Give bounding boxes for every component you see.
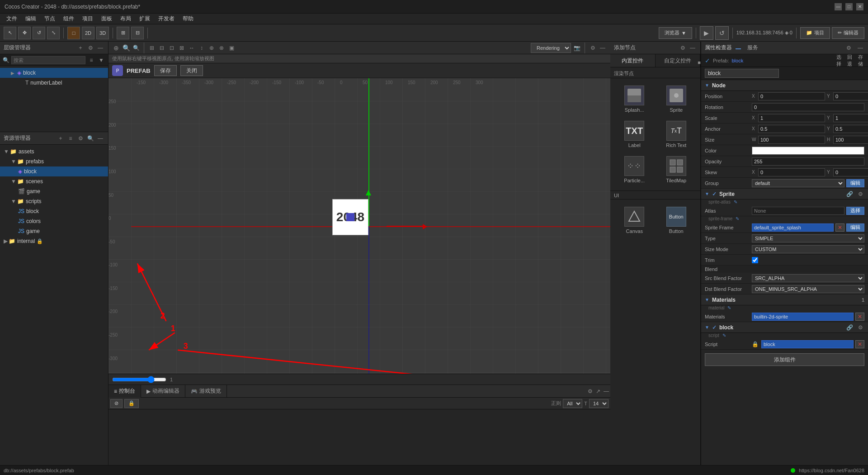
materials-section-header[interactable]: ▼ Materials 1 xyxy=(701,294,868,305)
toolbar-grid-btn[interactable]: ⊞ xyxy=(117,27,129,39)
scene-search-btn[interactable]: 🔍 xyxy=(132,44,140,52)
dst-blend-select[interactable]: ONE_MINUS_SRC_ALPHA xyxy=(752,285,864,293)
materials-input[interactable] xyxy=(752,313,854,321)
scene-settings-btn[interactable]: ⚙ xyxy=(589,44,597,52)
anchor-x-input[interactable] xyxy=(758,125,825,133)
maximize-btn[interactable]: □ xyxy=(845,3,853,10)
scene-tb8[interactable]: ⊗ xyxy=(217,44,226,52)
sprite-gear-btn[interactable]: ⚙ xyxy=(856,190,864,198)
src-blend-select[interactable]: SRC_ALPHA xyxy=(752,274,864,282)
color-swatch[interactable] xyxy=(752,147,864,155)
hierarchy-sort-btn[interactable]: ≡ xyxy=(87,56,95,64)
console-settings-btn[interactable]: ⚙ xyxy=(586,387,594,395)
scene-tb3[interactable]: ⊡ xyxy=(168,44,176,52)
toolbar-2d-btn[interactable]: 2D xyxy=(82,27,94,39)
scripts-folder[interactable]: ▼ 📁 scripts xyxy=(0,196,108,206)
script-clear-btn[interactable]: ✕ xyxy=(855,340,864,348)
inspector-settings-btn[interactable]: ⚙ xyxy=(844,44,853,52)
assets-minimize-btn[interactable]: — xyxy=(96,134,104,142)
play-btn[interactable]: ▶ xyxy=(700,26,713,40)
console-popout-btn[interactable]: ↗ xyxy=(594,387,602,395)
console-clear-btn[interactable]: ⊘ xyxy=(110,399,123,408)
scene-camera-btn[interactable]: 📷 xyxy=(573,44,581,52)
sprite-frame-select-btn[interactable]: 编辑 xyxy=(846,223,864,232)
menu-panel[interactable]: 面板 xyxy=(98,14,116,24)
menu-help[interactable]: 帮助 xyxy=(179,14,197,24)
component-canvas[interactable]: Canvas xyxy=(614,203,655,238)
toolbar-scale-btn[interactable]: ⤡ xyxy=(47,27,60,39)
prefab-save-inspector-btn[interactable]: 存储 xyxy=(856,57,864,65)
scene-scale-slider[interactable] xyxy=(112,376,166,383)
anchor-y-input[interactable] xyxy=(833,125,868,133)
skew-y-input[interactable] xyxy=(833,168,868,176)
minimize-btn[interactable]: — xyxy=(835,3,842,10)
scene-zoom-out-btn[interactable]: 🔍 xyxy=(122,44,130,52)
component-button[interactable]: Button Button xyxy=(656,203,697,238)
group-edit-btn[interactable]: 编辑 xyxy=(846,179,864,187)
hierarchy-filter-btn[interactable]: ▼ xyxy=(97,56,105,64)
console-tab-animation[interactable]: ▶ 动画编辑器 xyxy=(141,385,185,398)
hierarchy-item-numberlabel[interactable]: T numberLabel xyxy=(0,78,108,88)
sprite-link-btn[interactable]: 🔗 xyxy=(845,190,854,198)
inspector-minimize-btn[interactable]: — xyxy=(856,44,864,52)
scene-tb9[interactable]: ▣ xyxy=(227,44,236,52)
component-sprite[interactable]: Sprite xyxy=(656,82,697,116)
scene-tb4[interactable]: ⊠ xyxy=(178,44,186,52)
group-select[interactable]: default xyxy=(752,179,844,187)
console-fontsize-select[interactable]: 14 xyxy=(589,399,609,408)
assets-add-btn[interactable]: + xyxy=(57,134,65,142)
node-name-input[interactable] xyxy=(705,69,779,78)
block-section-header[interactable]: ▼ ✓ block 🔗 ⚙ xyxy=(701,322,868,333)
toolbar-select-btn[interactable]: ↖ xyxy=(4,27,16,39)
sprite-section-header[interactable]: ▼ ✓ Sprite 🔗 ⚙ xyxy=(701,189,868,200)
rendering-dropdown[interactable]: Rendering xyxy=(531,43,571,53)
sprite-frame-input[interactable] xyxy=(752,223,834,232)
component-particle[interactable]: ⁘⁘ Particle... xyxy=(614,152,655,187)
scene-tb2[interactable]: ⊟ xyxy=(158,44,166,52)
editor-btn[interactable]: ✏ 编辑器 xyxy=(832,27,864,39)
block-2048[interactable]: 2048 xyxy=(332,199,368,235)
rotation-input[interactable] xyxy=(752,103,864,111)
menu-file[interactable]: 文件 xyxy=(3,14,21,24)
assets-search-btn[interactable]: 🔍 xyxy=(86,134,94,142)
inspector-tab-service[interactable]: 服务 xyxy=(745,43,761,52)
toolbar-3d-btn[interactable]: 3D xyxy=(96,27,109,39)
project-btn[interactable]: 📁 项目 xyxy=(800,27,830,39)
menu-edit[interactable]: 编辑 xyxy=(22,14,40,24)
inner-tab-custom[interactable]: 自定义控件 xyxy=(656,54,701,67)
prefab-back-btn[interactable]: 回退 xyxy=(845,57,854,65)
scale-y-input[interactable] xyxy=(833,114,868,122)
component-splash[interactable]: Splash... xyxy=(614,82,655,116)
toolbar-rotate-btn[interactable]: ↺ xyxy=(33,27,45,39)
assets-folder[interactable]: ▼ 📁 assets xyxy=(0,147,108,157)
browser-dropdown[interactable]: 浏览器 ▼ xyxy=(659,27,692,39)
size-h-input[interactable] xyxy=(833,136,868,144)
menu-component[interactable]: 组件 xyxy=(60,14,78,24)
materials-clear-btn[interactable]: ✕ xyxy=(855,313,864,321)
scene-tb5[interactable]: ↔ xyxy=(188,44,196,52)
node-section-header[interactable]: ▼ Node xyxy=(701,80,868,91)
inner-tab-builtin[interactable]: 内置控件 xyxy=(610,54,656,67)
scene-tb1[interactable]: ⊞ xyxy=(148,44,156,52)
add-component-btn[interactable]: 添加组件 xyxy=(705,353,864,366)
game-script-item[interactable]: JS game xyxy=(0,226,108,236)
component-tiledmap[interactable]: TiledMap xyxy=(656,152,697,187)
prefabs-folder[interactable]: ▼ 📁 prefabs xyxy=(0,157,108,166)
scene-tb6[interactable]: ↕ xyxy=(198,44,206,52)
menu-dev[interactable]: 开发者 xyxy=(155,14,178,24)
assets-sort-btn[interactable]: ≡ xyxy=(66,134,75,142)
hierarchy-settings-btn[interactable]: ⚙ xyxy=(86,44,94,52)
scene-canvas[interactable]: -150 -300 -350 -300 -250 -200 -150 -100 … xyxy=(108,78,610,374)
toolbar-move-btn[interactable]: ✥ xyxy=(18,27,31,39)
scene-minimize-btn[interactable]: — xyxy=(599,44,607,52)
prefab-save-btn[interactable]: 保存 xyxy=(154,65,177,76)
component-settings-btn[interactable]: ⚙ xyxy=(679,44,687,52)
console-lock-btn[interactable]: 🔒 xyxy=(124,399,139,408)
block-gear-btn[interactable]: ⚙ xyxy=(856,323,864,332)
sprite-frame-clear-btn[interactable]: ✕ xyxy=(835,223,844,232)
assets-settings-btn[interactable]: ⚙ xyxy=(76,134,85,142)
menu-extend[interactable]: 扩展 xyxy=(136,14,154,24)
block-script-item[interactable]: JS block xyxy=(0,206,108,216)
scale-x-input[interactable] xyxy=(758,114,825,122)
position-y-input[interactable] xyxy=(833,92,868,100)
